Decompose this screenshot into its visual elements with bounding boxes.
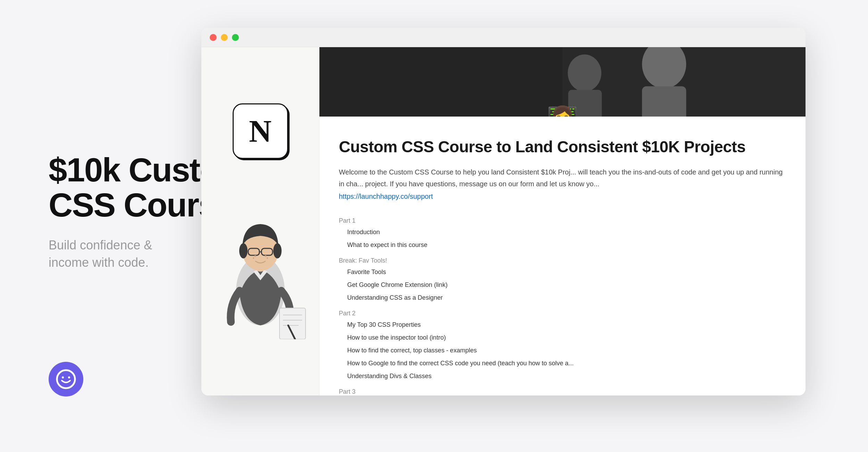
toc-item-correct-classes[interactable]: How to find the correct, top classes - e… <box>339 344 786 357</box>
svg-point-18 <box>265 255 266 257</box>
minimize-button[interactable] <box>221 34 228 41</box>
smiley-icon <box>56 369 76 389</box>
svg-point-2 <box>68 376 70 378</box>
browser-window: N <box>201 28 806 395</box>
svg-point-22 <box>642 47 686 88</box>
svg-point-16 <box>254 255 256 257</box>
course-body: Custom CSS Course to Land Consistent $10… <box>319 117 806 395</box>
right-panel: N <box>201 28 847 423</box>
svg-point-17 <box>253 257 254 259</box>
course-link[interactable]: https://launchhappy.co/support <box>339 193 786 201</box>
svg-point-1 <box>62 376 64 378</box>
avatar <box>49 362 83 396</box>
toc-item-introduction[interactable]: Introduction <box>339 226 786 239</box>
person-illustration <box>212 173 309 339</box>
illustration-container <box>208 173 312 339</box>
toc-item-google-css[interactable]: How to Google to find the correct CSS co… <box>339 357 786 370</box>
toc-part-3: Part 3 <box>339 388 786 395</box>
toc-item-divs-classes[interactable]: Understanding Divs & Classes <box>339 370 786 383</box>
toc-item-chrome-extension[interactable]: Get Google Chrome Extension (link) <box>339 279 786 291</box>
toc-part-2: Part 2 <box>339 310 786 317</box>
toc-break-fav-tools: Break: Fav Tools! <box>339 257 786 264</box>
close-button[interactable] <box>210 34 217 41</box>
toc-item-what-to-expect[interactable]: What to expect in this course <box>339 239 786 251</box>
browser-titlebar <box>201 28 806 47</box>
table-of-contents: Part 1 Introduction What to expect in th… <box>339 217 786 395</box>
svg-point-0 <box>57 370 75 388</box>
toc-item-understanding-css-designer[interactable]: Understanding CSS as a Designer <box>339 291 786 304</box>
toc-part-1: Part 1 <box>339 217 786 224</box>
svg-point-19 <box>267 257 268 259</box>
course-description: Welcome to the Custom CSS Course to help… <box>339 166 786 190</box>
toc-item-top-30-css[interactable]: My Top 30 CSS Properties <box>339 318 786 331</box>
notion-logo: N <box>233 103 288 159</box>
maximize-button[interactable] <box>232 34 239 41</box>
browser-sidebar: N <box>201 47 319 395</box>
browser-main[interactable]: 👩‍💻 Custom CSS Course to Land Consistent… <box>319 47 806 395</box>
svg-point-6 <box>239 243 248 258</box>
course-emoji: 👩‍💻 <box>547 107 578 117</box>
svg-point-7 <box>273 243 282 258</box>
toc-item-favorite-tools[interactable]: Favorite Tools <box>339 266 786 279</box>
course-hero-image: 👩‍💻 <box>319 47 806 117</box>
svg-rect-21 <box>319 47 562 117</box>
notion-logo-container: N <box>215 103 305 159</box>
browser-content: N <box>201 47 806 395</box>
course-title: Custom CSS Course to Land Consistent $10… <box>339 137 786 156</box>
toc-item-inspector-tool[interactable]: How to use the inspector tool (intro) <box>339 331 786 344</box>
svg-point-24 <box>568 54 601 92</box>
svg-rect-23 <box>642 86 686 117</box>
